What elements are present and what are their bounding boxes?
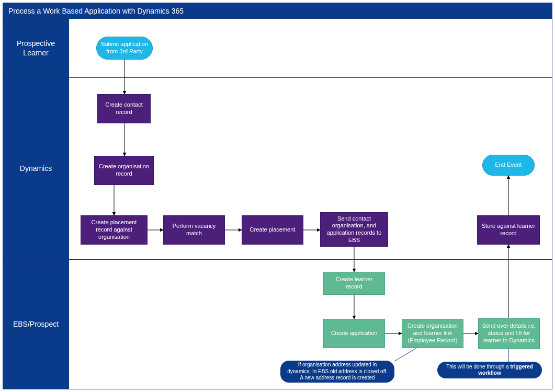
process-create-contact: Create contact record bbox=[97, 94, 151, 123]
process-store-learner: Store against learner record bbox=[477, 215, 540, 245]
lane-label-ebs: EBS/Prospect bbox=[3, 259, 69, 389]
process-vacancy-match: Perform vacancy match bbox=[163, 215, 225, 245]
lane-divider bbox=[3, 77, 552, 78]
connectors bbox=[3, 3, 553, 390]
process-create-placement: Create placement bbox=[242, 215, 303, 245]
process-create-application: Create application bbox=[323, 319, 385, 348]
lane-left-divider bbox=[69, 19, 69, 389]
terminator-end-event: End Event bbox=[482, 155, 535, 176]
process-create-learner-record: Create learner record bbox=[323, 272, 385, 295]
process-send-to-ebs: Send contact organisation, and applicati… bbox=[320, 212, 388, 247]
note-triggered-workflow: This will be done through a triggered wo… bbox=[437, 362, 542, 378]
note-text: This will be done through a bbox=[446, 364, 510, 370]
lane-divider bbox=[3, 259, 552, 260]
process-create-placement-record: Create placement record against organisa… bbox=[81, 215, 148, 245]
note-address-update: If organisation address updated in dynam… bbox=[280, 361, 394, 383]
process-send-details: Send over details i.e. status and UI for… bbox=[478, 318, 540, 349]
svg-line-12 bbox=[394, 348, 416, 361]
lane-label-prospective: Prospective Learner bbox=[3, 19, 69, 77]
process-create-org-learner-link: Create organisation and learner link (Em… bbox=[402, 319, 463, 348]
diagram-title: Process a Work Based Application with Dy… bbox=[3, 3, 552, 19]
terminator-submit-application: Submit application from 3rd Party bbox=[96, 37, 153, 60]
lane-label-dynamics: Dynamics bbox=[3, 77, 69, 259]
process-create-organisation: Create organisation record bbox=[94, 156, 154, 185]
swimlane-diagram: Process a Work Based Application with Dy… bbox=[3, 3, 552, 389]
